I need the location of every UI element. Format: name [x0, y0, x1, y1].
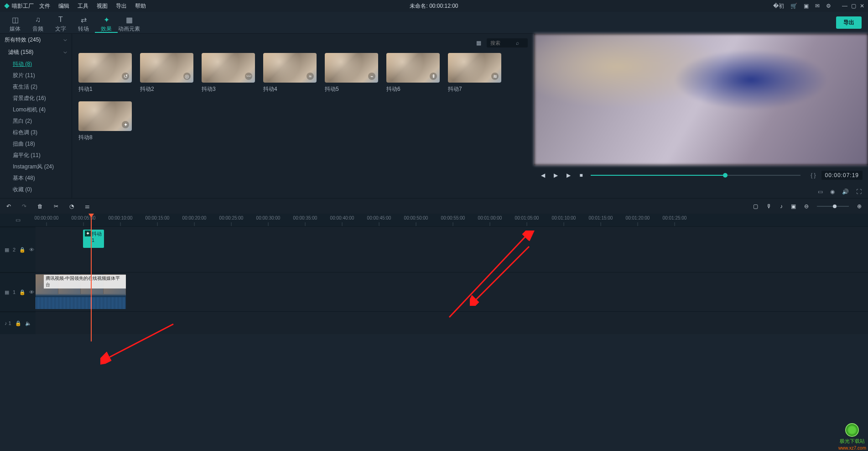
sidebar-item-favorites[interactable]: 收藏 (0) [0, 184, 72, 195]
sidebar-item-bw[interactable]: 黑白 (2) [0, 115, 72, 127]
menu-file[interactable]: 文件 [39, 2, 50, 10]
hand-tool-button[interactable]: ▢ [753, 203, 758, 210]
ruler-tick: 00:00:55:00 [441, 215, 465, 220]
account-icon[interactable]: �初 [773, 2, 784, 10]
close-icon[interactable]: ✕ [860, 3, 864, 9]
video-track-header[interactable]: ▦1 🔒👁 [0, 273, 36, 311]
render-button[interactable]: ▣ [791, 203, 796, 210]
ruler-tick: 00:00:10:00 [109, 215, 133, 220]
search-input[interactable] [490, 40, 516, 46]
chevron-down-icon [63, 51, 67, 54]
sidebar-item-distort[interactable]: 扭曲 (18) [0, 138, 72, 150]
grid-view-icon[interactable]: ▦ [476, 40, 481, 46]
menu-export[interactable]: 导出 [116, 2, 127, 10]
brackets-icon[interactable]: { } [811, 172, 816, 178]
elements-icon: ▦ [126, 16, 133, 24]
effect-thumb-2[interactable]: ◎抖动2 [140, 53, 193, 93]
sidebar-item-shake[interactable]: 抖动 (8) [0, 58, 72, 70]
waveform [36, 297, 126, 309]
effect-thumb-1[interactable]: ↺抖动1 [78, 53, 132, 93]
undo-button[interactable]: ↶ [6, 203, 11, 210]
lock-icon[interactable]: 🔒 [15, 320, 21, 326]
effect-thumb-3[interactable]: 〰抖动3 [202, 53, 255, 93]
eye-icon[interactable]: 👁 [29, 289, 34, 295]
menu-view[interactable]: 视图 [97, 2, 108, 10]
redo-button[interactable]: ↷ [22, 203, 26, 210]
menu-edit[interactable]: 编辑 [58, 2, 69, 10]
snapshot-icon[interactable]: ◉ [830, 189, 835, 195]
cart-icon[interactable]: 🛒 [790, 3, 797, 9]
tab-elements[interactable]: ▦动画元素 [118, 13, 140, 33]
volume-icon[interactable]: 🔊 [842, 189, 849, 195]
effect-thumb-6[interactable]: ⇞抖动6 [386, 53, 440, 93]
ruler-tick: 00:00:15:00 [146, 215, 170, 220]
sidebar-item-lomo[interactable]: Lomo相机 (4) [0, 104, 72, 115]
time-ruler[interactable]: 00:00:00:0000:00:05:0000:00:10:0000:00:1… [36, 214, 868, 226]
menu-help[interactable]: 帮助 [135, 2, 146, 10]
effect-thumb-8[interactable]: ✦抖动8 [78, 101, 132, 142]
zoom-slider[interactable] [817, 206, 849, 207]
eye-icon[interactable]: 👁 [29, 247, 34, 252]
sidebar-group-all[interactable]: 所有特效 (245) [0, 34, 72, 46]
lock-icon[interactable]: 🔒 [19, 247, 26, 253]
mail-icon[interactable]: ✉ [815, 3, 820, 9]
search-box[interactable]: ⌕ [487, 38, 528, 47]
sidebar-item-instagram[interactable]: Instagram风 (24) [0, 161, 72, 173]
audio-track-header[interactable]: ♪ 1 🔒🔈 [0, 312, 36, 334]
video-clip[interactable]: 腾讯视频-中国领先的在线视频媒体平台 [36, 274, 126, 309]
prev-frame-button[interactable]: ◀ [540, 172, 546, 178]
sidebar-item-nightlife[interactable]: 夜生活 (2) [0, 81, 72, 93]
effect-thumb-4[interactable]: ≈抖动4 [263, 53, 317, 93]
mute-icon[interactable]: 🔈 [25, 320, 31, 326]
settings-icon[interactable]: ⚙ [826, 3, 831, 9]
export-button[interactable]: 导出 [836, 16, 862, 29]
zoom-out-button[interactable]: ⊖ [804, 203, 809, 210]
lock-icon[interactable]: 🔒 [19, 289, 26, 295]
effect-track-header[interactable]: ▦2 🔒👁 [0, 227, 36, 272]
thumb-label: 抖动5 [325, 85, 378, 93]
mic-button[interactable]: 🎙 [766, 203, 772, 210]
effect-thumb-5[interactable]: ⌁抖动5 [325, 53, 378, 93]
adjust-button[interactable]: ⚌ [85, 203, 90, 210]
video-clip-label: 腾讯视频-中国领先的在线视频媒体平台 [44, 275, 126, 288]
stop-button[interactable]: ■ [578, 172, 584, 178]
minimize-icon[interactable]: — [842, 3, 847, 9]
sidebar-item-basic[interactable]: 基本 (48) [0, 173, 72, 184]
tab-text[interactable]: T文字 [49, 13, 72, 33]
ruler-tick: 00:00:00:00 [35, 215, 59, 220]
effect-thumb-7[interactable]: ≋抖动7 [448, 53, 501, 93]
sidebar-item-flat[interactable]: 扁平化 (11) [0, 150, 72, 161]
tab-transition[interactable]: ⇄转场 [72, 13, 95, 33]
top-toolbar: ◫媒体 ♫音频 T文字 ⇄转场 ✦效果 ▦动画元素 导出 [0, 12, 868, 34]
maximize-icon[interactable]: ▢ [851, 3, 856, 9]
marker-button[interactable]: ◔ [69, 203, 74, 210]
tab-media[interactable]: ◫媒体 [4, 13, 26, 33]
effect-clip[interactable]: ✦ 抖动1 [83, 230, 104, 248]
save-icon[interactable]: ▣ [804, 3, 809, 9]
effects-sidebar: 所有特效 (245) 滤镜 (158) 抖动 (8) 胶片 (11) 夜生活 (… [0, 34, 72, 198]
app-logo: 喵影工厂 [4, 2, 34, 10]
progress-bar[interactable] [591, 175, 800, 176]
audio-mixer-button[interactable]: ♪ [780, 203, 783, 210]
zoom-in-button[interactable]: ⊕ [857, 203, 862, 210]
sidebar-item-sepia[interactable]: 棕色调 (3) [0, 127, 72, 138]
sidebar-group-filters[interactable]: 滤镜 (158) [0, 46, 72, 58]
play-button[interactable]: ▶ [565, 172, 572, 178]
menu-tools[interactable]: 工具 [78, 2, 88, 10]
thumb-label: 抖动4 [263, 85, 317, 93]
sidebar-item-bgblur[interactable]: 背景虚化 (16) [0, 93, 72, 104]
tab-effects[interactable]: ✦效果 [95, 13, 118, 33]
ruler-tick: 00:00:35:00 [293, 215, 317, 220]
split-button[interactable]: ✂ [54, 203, 58, 210]
next-frame-button[interactable]: ▶ [552, 172, 559, 178]
effect-track-icon: ▦ [5, 247, 9, 253]
quality-icon[interactable]: ▭ [818, 189, 823, 195]
sidebar-group-overlay[interactable]: 叠覆 (87) [0, 195, 72, 198]
svg-line-0 [107, 324, 173, 358]
fullscreen-icon[interactable]: ⛶ [856, 189, 862, 195]
delete-button[interactable]: 🗑 [37, 203, 43, 210]
sidebar-item-film[interactable]: 胶片 (11) [0, 70, 72, 81]
tab-audio[interactable]: ♫音频 [26, 13, 49, 33]
playhead[interactable] [91, 214, 92, 341]
thumb-label: 抖动3 [202, 85, 255, 93]
